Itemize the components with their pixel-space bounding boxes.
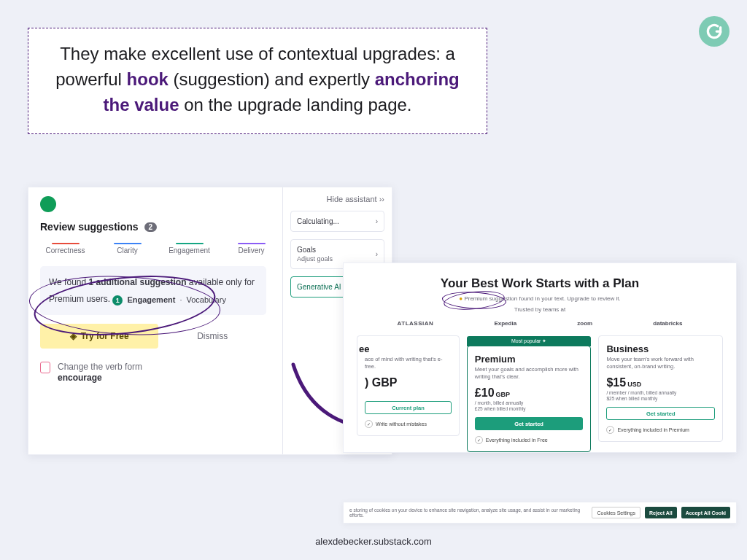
- calculating-box[interactable]: Calculating... ›: [290, 211, 384, 232]
- tab-correctness[interactable]: Correctness: [34, 238, 96, 259]
- headline-card: They make excellent use of contextual up…: [28, 28, 487, 134]
- logo-expedia: Expedia: [494, 320, 516, 327]
- logo-atlassian: ATLASSIAN: [398, 320, 434, 327]
- tab-clarity[interactable]: Clarity: [96, 238, 158, 259]
- plan-free: ee ace of mind with writing that's e-fre…: [357, 335, 460, 436]
- plan-feature: Write without mistakes: [365, 420, 452, 428]
- chevron-right-icon: ›: [376, 250, 378, 258]
- get-started-business-button[interactable]: Get started: [606, 407, 715, 420]
- plan-feature: Everything included in Free: [475, 436, 584, 444]
- plan-premium: Most popular ✦ Premium Meet your goals a…: [467, 346, 592, 452]
- trusted-logos: ATLASSIAN Expedia zoom databricks: [367, 320, 713, 327]
- accept-all-button[interactable]: Accept All Cooki: [681, 507, 730, 518]
- logo-databricks: databricks: [653, 320, 682, 327]
- pricing-plans: ee ace of mind with writing that's e-fre…: [357, 335, 723, 452]
- current-plan-button[interactable]: Current plan: [365, 401, 452, 414]
- shield-icon: [40, 362, 50, 373]
- pricing-title: Your Best Work Starts with a Plan: [357, 276, 723, 291]
- pill-number: 1: [112, 295, 123, 306]
- dismiss-button[interactable]: Dismiss: [158, 324, 266, 349]
- grammarly-logo-icon: [699, 16, 729, 47]
- screenshot-pricing: Your Best Work Starts with a Plan ● Prem…: [343, 262, 737, 453]
- most-popular-badge: Most popular ✦: [467, 336, 592, 346]
- hide-assistant-link[interactable]: Hide assistant ››: [290, 195, 384, 203]
- plan-feature: Everything included in Premium: [606, 426, 715, 434]
- suggestion-tabs: Correctness Clarity Engagement Delivery: [34, 238, 282, 259]
- logo-zoom: zoom: [577, 320, 592, 327]
- cookie-banner: e storing of cookies on your device to e…: [343, 502, 737, 524]
- cookies-settings-button[interactable]: Cookies Settings: [592, 507, 640, 518]
- reject-all-button[interactable]: Reject All: [645, 507, 677, 518]
- suggestion-count-badge: 2: [144, 222, 158, 232]
- footer-credit: alexdebecker.substack.com: [0, 536, 747, 547]
- chevron-right-icon: ›: [376, 217, 378, 225]
- tab-engagement[interactable]: Engagement: [158, 238, 220, 259]
- diamond-icon: ◈: [70, 331, 77, 341]
- plan-business: Business Move your team's work forward w…: [598, 335, 723, 442]
- promo-category-pill: 1 Engagement · Vocabulary: [112, 295, 226, 306]
- premium-promo-box: We found 1 additional suggestion availab…: [40, 266, 266, 315]
- trusted-label: Trusted by teams at: [357, 306, 723, 313]
- premium-banner: ● Premium suggestion found in your text.…: [357, 295, 723, 302]
- try-for-free-button[interactable]: ◈ Try for Free: [40, 324, 158, 349]
- get-started-premium-button[interactable]: Get started: [475, 417, 584, 430]
- headline-hook: hook: [127, 69, 169, 89]
- grammarly-mini-icon: [40, 196, 56, 212]
- tab-delivery[interactable]: Delivery: [220, 238, 282, 259]
